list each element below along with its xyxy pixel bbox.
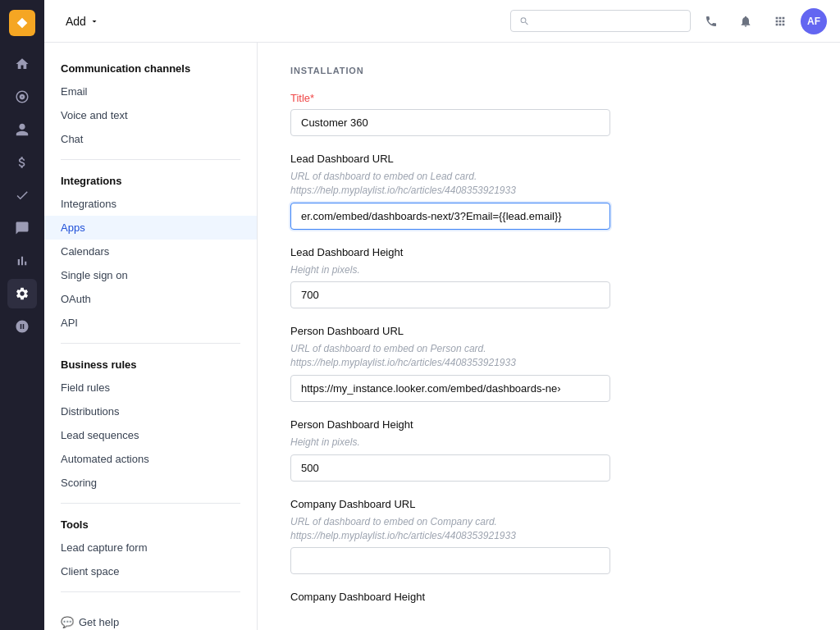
logo-icon[interactable] bbox=[9, 10, 35, 36]
sidebar-item-chat[interactable]: Chat bbox=[44, 127, 257, 151]
company-height-group: Company Dashboard Height bbox=[290, 591, 807, 603]
title-required: * bbox=[310, 92, 314, 104]
lead-height-input[interactable] bbox=[290, 281, 610, 308]
divider-1 bbox=[61, 159, 240, 160]
lead-height-group: Lead Dashboard Height Height in pixels. bbox=[290, 246, 807, 309]
sidebar-footer: 💬 Get help 📄 Terms of service ℹ️ Privacy… bbox=[44, 600, 257, 630]
tools-title: Tools bbox=[44, 512, 257, 536]
sidebar-item-lead-capture[interactable]: Lead capture form bbox=[44, 536, 257, 559]
apps-button[interactable] bbox=[766, 7, 794, 35]
content-area: Communication channels Email Voice and t… bbox=[44, 43, 840, 630]
nav-tasks[interactable] bbox=[7, 180, 37, 210]
sidebar-item-api[interactable]: API bbox=[44, 311, 257, 335]
company-url-hint: URL of dashboard to embed on Company car… bbox=[290, 515, 807, 543]
main-content: INSTALLATION Title* Lead Dashboard URL U… bbox=[258, 43, 840, 630]
search-icon bbox=[519, 16, 530, 27]
divider-2 bbox=[61, 343, 240, 344]
sidebar-item-distributions[interactable]: Distributions bbox=[44, 399, 257, 423]
search-input[interactable] bbox=[535, 15, 682, 27]
help-icon: 💬 bbox=[61, 616, 74, 628]
lead-height-hint: Height in pixels. bbox=[290, 263, 807, 277]
sidebar-item-voice[interactable]: Voice and text bbox=[44, 103, 257, 127]
divider-4 bbox=[61, 591, 240, 592]
sidebar-item-scoring[interactable]: Scoring bbox=[44, 471, 257, 495]
nav-settings[interactable] bbox=[7, 279, 37, 308]
person-url-hint: URL of dashboard to embed on Person card… bbox=[290, 342, 807, 370]
main-wrapper: Add AF Communication channels Email Voic… bbox=[44, 0, 840, 630]
company-url-group: Company Dashboard URL URL of dashboard t… bbox=[290, 498, 807, 575]
sidebar-item-field-rules[interactable]: Field rules bbox=[44, 376, 257, 399]
person-height-input[interactable] bbox=[290, 454, 610, 482]
divider-3 bbox=[61, 503, 240, 504]
sidebar-item-integrations[interactable]: Integrations bbox=[44, 192, 257, 216]
sidebar-item-client-space[interactable]: Client space bbox=[44, 559, 257, 583]
lead-height-label: Lead Dashboard Height bbox=[290, 246, 807, 258]
nav-reports[interactable] bbox=[7, 246, 37, 276]
lead-url-hint: URL of dashboard to embed on Lead card.h… bbox=[290, 170, 807, 198]
notification-button[interactable] bbox=[732, 7, 760, 35]
nav-chat[interactable] bbox=[7, 213, 37, 243]
avatar[interactable]: AF bbox=[801, 8, 827, 34]
company-url-input[interactable] bbox=[290, 547, 610, 574]
add-label: Add bbox=[66, 15, 86, 28]
sidebar-item-apps[interactable]: Apps bbox=[44, 216, 257, 240]
title-label: Title* bbox=[290, 92, 807, 104]
person-height-hint: Height in pixels. bbox=[290, 436, 807, 450]
lead-url-label: Lead Dashboard URL bbox=[290, 153, 807, 165]
integrations-title: Integrations bbox=[44, 168, 257, 192]
lead-url-group: Lead Dashboard URL URL of dashboard to e… bbox=[290, 153, 807, 230]
sidebar-item-lead-sequences[interactable]: Lead sequences bbox=[44, 423, 257, 447]
add-button[interactable]: Add bbox=[57, 10, 107, 33]
icon-nav bbox=[0, 0, 44, 630]
sidebar: Communication channels Email Voice and t… bbox=[44, 43, 258, 630]
person-height-group: Person Dashboard Height Height in pixels… bbox=[290, 418, 807, 482]
company-height-label: Company Dashboard Height bbox=[290, 591, 807, 603]
sidebar-item-sso[interactable]: Single sign on bbox=[44, 263, 257, 287]
comm-channels-title: Communication channels bbox=[44, 56, 257, 80]
person-height-label: Person Dashboard Height bbox=[290, 418, 807, 431]
search-box bbox=[510, 10, 691, 32]
sidebar-item-calendars[interactable]: Calendars bbox=[44, 240, 257, 263]
sidebar-item-get-help[interactable]: 💬 Get help bbox=[44, 610, 257, 630]
installation-title: INSTALLATION bbox=[290, 66, 807, 75]
sidebar-item-email[interactable]: Email bbox=[44, 80, 257, 103]
title-group: Title* bbox=[290, 92, 807, 136]
company-url-label: Company Dashboard URL bbox=[290, 498, 807, 510]
sidebar-item-oauth[interactable]: OAuth bbox=[44, 287, 257, 311]
sidebar-item-automated-actions[interactable]: Automated actions bbox=[44, 447, 257, 471]
nav-target[interactable] bbox=[7, 82, 37, 112]
person-url-input[interactable] bbox=[290, 375, 610, 402]
nav-home[interactable] bbox=[7, 49, 37, 79]
lead-url-input[interactable] bbox=[290, 203, 610, 230]
phone-button[interactable] bbox=[697, 7, 725, 35]
topbar: Add AF bbox=[44, 0, 840, 43]
person-url-label: Person Dashboard URL bbox=[290, 325, 807, 337]
person-url-group: Person Dashboard URL URL of dashboard to… bbox=[290, 325, 807, 402]
title-input[interactable] bbox=[290, 109, 610, 136]
business-rules-title: Business rules bbox=[44, 352, 257, 376]
nav-contacts[interactable] bbox=[7, 115, 37, 144]
nav-zendesk[interactable] bbox=[7, 312, 37, 341]
nav-sales[interactable] bbox=[7, 148, 37, 177]
